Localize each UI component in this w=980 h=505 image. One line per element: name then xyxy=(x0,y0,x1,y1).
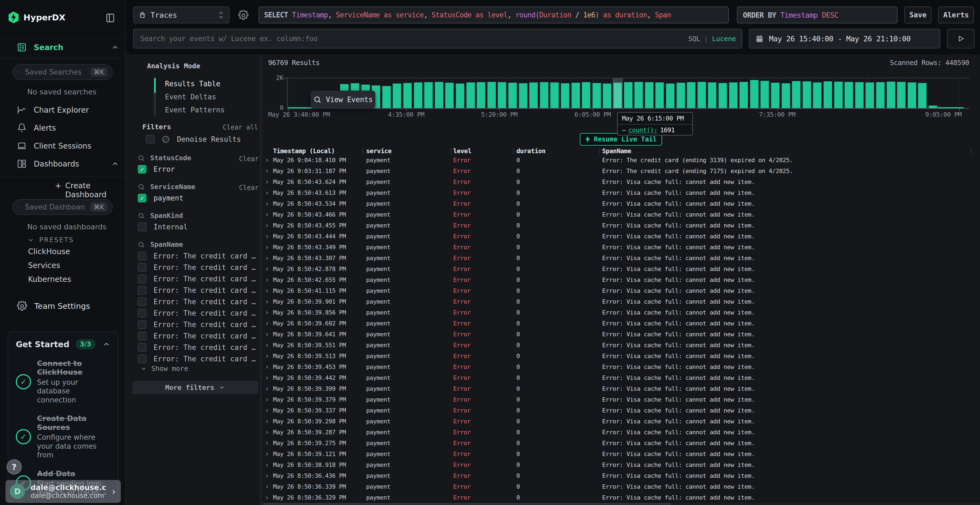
unchecked-checkbox[interactable] xyxy=(138,354,146,363)
table-row[interactable]: › May 26 8:50:39.453 PM payment Error 0 … xyxy=(263,361,980,372)
row-expand-chevron[interactable]: › xyxy=(265,286,269,295)
statuscode-clear-link[interactable]: Clear xyxy=(239,155,259,163)
create-dashboard-button[interactable]: +Create Dashboard xyxy=(55,181,125,199)
row-expand-chevron[interactable]: › xyxy=(265,439,269,447)
row-expand-chevron[interactable]: › xyxy=(265,472,269,480)
table-row[interactable]: › May 26 8:50:39.856 PM payment Error 0 … xyxy=(263,307,980,318)
analysis-mode-option[interactable]: Results Table xyxy=(165,77,224,91)
col-header-level[interactable]: level xyxy=(453,148,471,154)
table-row[interactable]: › May 26 8:50:43.534 PM payment Error 0 … xyxy=(263,198,980,209)
get-started-item[interactable]: ✓ Create Data Sources Configure where yo… xyxy=(16,414,111,459)
sidebar-item-dashboards[interactable]: Dashboards xyxy=(17,159,79,169)
column-drag-handle[interactable]: ⋮ xyxy=(360,147,366,155)
table-row[interactable]: › May 26 8:50:39.442 PM payment Error 0 … xyxy=(263,372,980,383)
servicename-clear-link[interactable]: Clear xyxy=(239,184,259,192)
row-expand-chevron[interactable]: › xyxy=(265,428,269,436)
table-row[interactable]: › May 26 8:50:36.339 PM payment Error 0 … xyxy=(263,481,980,492)
checked-checkbox[interactable]: ✓ xyxy=(138,165,146,173)
filter-servicename-payment[interactable]: ✓ payment xyxy=(138,194,183,202)
table-horizontal-scrollbar[interactable] xyxy=(263,503,980,505)
unchecked-checkbox[interactable] xyxy=(138,343,146,352)
filter-spanname-option[interactable]: Error: The credit card … xyxy=(138,296,260,308)
row-expand-chevron[interactable]: › xyxy=(265,483,269,491)
preset-dashboard-link[interactable]: Kubernetes xyxy=(28,275,126,284)
table-row[interactable]: › May 26 8:50:39.298 PM payment Error 0 … xyxy=(263,416,980,427)
unchecked-checkbox[interactable] xyxy=(138,332,146,340)
table-row[interactable]: › May 26 8:50:36.436 PM payment Error 0 … xyxy=(263,470,980,481)
run-query-button[interactable] xyxy=(947,29,975,48)
filter-spanname-option[interactable]: Error: The credit card … xyxy=(138,250,260,262)
table-row[interactable]: › May 26 8:50:39.399 PM payment Error 0 … xyxy=(263,383,980,394)
row-expand-chevron[interactable]: › xyxy=(265,232,269,240)
search-icon[interactable] xyxy=(138,212,145,219)
filter-statuscode-error[interactable]: ✓ Error xyxy=(138,165,175,173)
row-expand-chevron[interactable]: › xyxy=(265,417,269,425)
row-expand-chevron[interactable]: › xyxy=(265,395,269,403)
user-profile-card[interactable]: D dale@clickhouse.com dale@clickhouse.co… xyxy=(5,480,121,503)
table-row[interactable]: › May 26 8:50:39.692 PM payment Error 0 … xyxy=(263,318,980,329)
logo[interactable]: HyperDX xyxy=(8,11,65,24)
sidebar-item-chart-explorer[interactable]: Chart Explorer xyxy=(17,105,89,115)
lang-toggle-sql[interactable]: SQL xyxy=(688,35,700,43)
col-header-spanname[interactable]: SpanName xyxy=(602,148,631,154)
filter-spanname-option[interactable]: Error: The credit card … xyxy=(138,262,260,273)
col-header-service[interactable]: service xyxy=(366,148,391,154)
alerts-button[interactable]: Alerts xyxy=(938,6,974,24)
order-by-editor[interactable]: ORDER BY Timestamp DESC xyxy=(737,6,897,24)
table-row[interactable]: › May 26 8:50:39.287 PM payment Error 0 … xyxy=(263,427,980,438)
col-header-duration[interactable]: duration xyxy=(516,148,546,154)
clear-all-link[interactable]: Clear all xyxy=(223,124,258,131)
filter-spanname-option[interactable]: Error: The credit card … xyxy=(138,342,260,353)
row-expand-chevron[interactable]: › xyxy=(265,319,269,327)
filter-spanname-option[interactable]: Error: The credit card … xyxy=(138,308,260,319)
date-range-picker[interactable]: May 26 15:40:00 - May 26 21:10:00 xyxy=(749,29,940,48)
table-row[interactable]: › May 26 8:50:41.115 PM payment Error 0 … xyxy=(263,285,980,296)
table-row[interactable]: › May 26 8:50:39.901 PM payment Error 0 … xyxy=(263,296,980,307)
chevron-up-icon[interactable] xyxy=(102,340,111,348)
table-row[interactable]: › May 26 8:50:39.641 PM payment Error 0 … xyxy=(263,329,980,340)
event-search-input[interactable] xyxy=(140,34,688,43)
table-row[interactable]: › May 26 8:50:43.307 PM payment Error 0 … xyxy=(263,252,980,264)
row-expand-chevron[interactable]: › xyxy=(265,265,269,273)
search-icon[interactable] xyxy=(138,183,145,191)
analysis-mode-option[interactable]: Event Patterns xyxy=(165,103,224,116)
column-drag-handle[interactable]: ⋮ xyxy=(968,147,974,155)
table-row[interactable]: › May 26 8:50:38.918 PM payment Error 0 … xyxy=(263,459,980,470)
lang-toggle-lucene[interactable]: Lucene xyxy=(712,35,736,43)
row-expand-chevron[interactable]: › xyxy=(265,450,269,458)
row-expand-chevron[interactable]: › xyxy=(265,493,269,502)
sidebar-item-alerts[interactable]: Alerts xyxy=(17,123,56,133)
filter-spanname-option[interactable]: Error: The credit card … xyxy=(138,273,260,284)
search-icon[interactable] xyxy=(138,241,145,248)
table-row[interactable]: › May 26 8:50:43.349 PM payment Error 0 … xyxy=(263,241,980,252)
filter-spankind-internal[interactable]: Internal xyxy=(138,222,188,231)
preset-dashboard-link[interactable]: Services xyxy=(28,261,126,270)
unchecked-checkbox[interactable] xyxy=(138,286,146,295)
row-expand-chevron[interactable]: › xyxy=(265,156,269,164)
sidebar-item-search[interactable]: Search xyxy=(17,43,63,52)
unchecked-checkbox[interactable] xyxy=(138,263,146,272)
table-row[interactable]: › May 26 8:50:43.613 PM payment Error 0 … xyxy=(263,187,980,198)
save-button[interactable]: Save xyxy=(904,6,932,24)
table-row[interactable]: › May 26 9:04:18.410 PM payment Error 0 … xyxy=(263,154,980,165)
row-expand-chevron[interactable]: › xyxy=(265,352,269,360)
event-search-bar[interactable]: SQL | Lucene xyxy=(133,29,742,48)
table-row[interactable]: › May 26 8:50:39.379 PM payment Error 0 … xyxy=(263,394,980,405)
scrollbar-thumb[interactable] xyxy=(263,503,671,505)
sidebar-collapse-icon[interactable] xyxy=(105,13,115,24)
unchecked-checkbox[interactable] xyxy=(138,275,146,283)
filter-spanname-option[interactable]: Error: The credit card … xyxy=(138,319,260,330)
table-row[interactable]: › May 26 8:50:36.329 PM payment Error 0 … xyxy=(263,492,980,503)
unchecked-checkbox[interactable] xyxy=(138,222,146,231)
filter-spanname-option[interactable]: Error: The credit card … xyxy=(138,284,260,296)
row-expand-chevron[interactable]: › xyxy=(265,254,269,262)
column-drag-handle[interactable]: ⋮ xyxy=(596,147,603,155)
table-row[interactable]: › May 26 8:50:39.513 PM payment Error 0 … xyxy=(263,351,980,361)
sidebar-item-team-settings[interactable]: Team Settings xyxy=(17,301,90,311)
denoise-checkbox[interactable] xyxy=(146,135,154,144)
col-header-timestamp[interactable]: Timestamp (Local) xyxy=(273,148,335,154)
more-filters-button[interactable]: More filters xyxy=(132,381,258,394)
unchecked-checkbox[interactable] xyxy=(138,297,146,306)
row-expand-chevron[interactable]: › xyxy=(265,330,269,338)
chevron-up-icon[interactable] xyxy=(111,43,119,51)
